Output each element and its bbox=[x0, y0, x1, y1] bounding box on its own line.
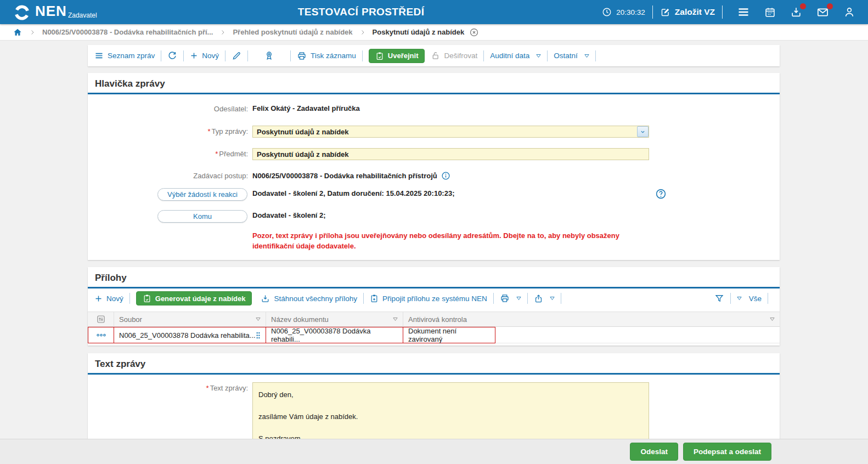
section-underline bbox=[88, 373, 780, 375]
other-menu[interactable]: Ostatní bbox=[554, 52, 589, 60]
user-profile-icon[interactable] bbox=[843, 6, 855, 18]
cell-antivirova-kontrola[interactable]: Dokument není zavirovaný bbox=[403, 327, 495, 343]
action-footer: Odeslat Podepsat a odeslat bbox=[0, 439, 868, 464]
unlock-icon bbox=[431, 51, 440, 60]
required-marker: * bbox=[215, 150, 218, 158]
recipients-button[interactable]: Komu bbox=[157, 210, 247, 223]
audit-data-menu[interactable]: Auditní data bbox=[490, 52, 541, 60]
row-actions-cell[interactable] bbox=[88, 327, 114, 343]
select-requests-button[interactable]: Výběr žádostí k reakci bbox=[157, 188, 247, 201]
filter-scope-menu[interactable]: Vše bbox=[737, 295, 762, 303]
server-time: 20:30:32 bbox=[602, 7, 645, 17]
messages-notification-dot bbox=[827, 3, 833, 9]
message-list-button[interactable]: Seznam zpráv bbox=[94, 51, 155, 60]
section-title: Hlavička zprávy bbox=[95, 78, 165, 89]
section-underline bbox=[88, 93, 780, 94]
message-type-field[interactable] bbox=[252, 126, 649, 138]
filter-funnel-icon[interactable] bbox=[714, 293, 724, 303]
cell-nazev-dokumentu[interactable]: N006_25_V00003878 Dodávka rehabili... bbox=[266, 327, 403, 343]
message-text-input[interactable]: Dobrý den, zasíláme Vám údaje z nabídek.… bbox=[252, 382, 649, 441]
print-record-button[interactable]: Tisk záznamu bbox=[297, 51, 356, 61]
plus-icon bbox=[94, 295, 103, 303]
export-menu[interactable] bbox=[534, 294, 555, 303]
clipboard-check-icon bbox=[375, 52, 384, 60]
info-icon[interactable] bbox=[441, 171, 450, 180]
refresh-icon[interactable] bbox=[167, 51, 177, 61]
drag-handle-icon[interactable] bbox=[256, 331, 261, 339]
column-header-nazev-dokumentu[interactable]: Název dokumentu bbox=[266, 312, 403, 326]
subject-field[interactable] bbox=[252, 148, 649, 160]
message-type-label: *Typ zprávy: bbox=[88, 127, 248, 135]
message-type-dropdown-button[interactable] bbox=[637, 126, 649, 137]
main-menu-icon[interactable] bbox=[737, 5, 750, 19]
publish-button[interactable]: Uveřejnit bbox=[369, 49, 425, 63]
breadcrumb-item-current: Poskytnutí údajů z nabídek bbox=[373, 28, 465, 36]
table-settings-header-cell[interactable] bbox=[88, 312, 114, 326]
section-underline bbox=[88, 287, 780, 288]
nen-logo[interactable]: NEN Zadavatel bbox=[13, 3, 97, 24]
send-button[interactable]: Odeslat bbox=[630, 443, 678, 461]
dropdown-triangle-icon bbox=[737, 296, 742, 301]
breadcrumb-item-overview[interactable]: Přehled poskytnutí údajů z nabídek bbox=[233, 28, 352, 36]
section-title: Přílohy bbox=[95, 273, 127, 284]
required-marker: * bbox=[207, 127, 210, 135]
seal-icon[interactable] bbox=[264, 50, 274, 61]
row-menu-icon[interactable] bbox=[97, 333, 106, 337]
clock-icon bbox=[602, 7, 612, 17]
attachments-filter-tools: Vše bbox=[714, 289, 774, 308]
record-toolbar: Seznam zpráv Nový bbox=[88, 45, 780, 66]
recipients-value: Dodavatel - školení 2; bbox=[252, 211, 326, 219]
help-icon[interactable] bbox=[655, 188, 667, 202]
column-filter-triangle-icon[interactable] bbox=[393, 317, 398, 321]
procurement-procedure-value: N006/25/V00003878 - Dodávka rehabilitačn… bbox=[252, 171, 450, 180]
inbox-notification-dot bbox=[800, 3, 806, 9]
new-record-button[interactable]: Nový bbox=[190, 52, 219, 60]
download-all-attachments-button[interactable]: Stáhnout všechny přílohy bbox=[261, 294, 357, 303]
cell-soubor[interactable]: N006_25_V00003878 Dodávka rehabilita... bbox=[114, 327, 266, 343]
sign-and-send-button[interactable]: Podepsat a odeslat bbox=[683, 443, 771, 461]
column-filter-triangle-icon[interactable] bbox=[256, 317, 261, 321]
edit-pencil-icon[interactable] bbox=[232, 51, 241, 61]
home-icon[interactable] bbox=[13, 27, 22, 37]
close-tab-icon[interactable] bbox=[469, 27, 479, 37]
create-vz-label: Založit VZ bbox=[675, 7, 715, 17]
table-settings-icon bbox=[96, 314, 106, 324]
breadcrumb-item-procedure[interactable]: N006/25/V00003878 - Dodávka rehabilitačn… bbox=[42, 28, 213, 36]
brand-name: NEN bbox=[35, 3, 67, 19]
breadcrumb: N006/25/V00003878 - Dodávka rehabilitačn… bbox=[0, 24, 868, 41]
row-filler bbox=[495, 327, 780, 343]
column-header-antivirova-kontrola[interactable]: Antivirová kontrola bbox=[403, 312, 780, 326]
list-icon bbox=[94, 51, 104, 60]
sender-label: Odesílatel: bbox=[88, 105, 248, 113]
messages-icon[interactable] bbox=[816, 6, 829, 19]
create-vz-button[interactable]: Založit VZ bbox=[660, 7, 715, 18]
attachment-table-row[interactable]: N006_25_V00003878 Dodávka rehabilita... … bbox=[88, 327, 780, 343]
breadcrumb-chevron-icon bbox=[29, 29, 36, 36]
attachments-section: Přílohy Nový Generovat údaje z nabídek bbox=[88, 267, 780, 346]
export-icon bbox=[534, 294, 543, 303]
calendar-icon[interactable] bbox=[764, 7, 776, 18]
environment-title: TESTOVACÍ PROSTŘEDÍ bbox=[298, 6, 425, 18]
attach-from-nen-button[interactable]: Připojit přílohu ze systému NEN bbox=[370, 294, 487, 303]
new-attachment-button[interactable]: Nový bbox=[94, 295, 123, 303]
inbox-downloads-icon[interactable] bbox=[790, 6, 802, 18]
generate-bid-data-button[interactable]: Generovat údaje z nabídek bbox=[136, 291, 252, 305]
nen-app-page: NEN Zadavatel TESTOVACÍ PROSTŘEDÍ 20:30:… bbox=[0, 0, 868, 464]
dropdown-triangle-icon bbox=[516, 296, 521, 301]
header-divider bbox=[722, 5, 723, 19]
procurement-procedure-label: Zadávací postup: bbox=[88, 172, 248, 180]
message-text-section: Text zprávy *Text zprávy: Dobrý den, zas… bbox=[88, 353, 780, 441]
header-actions: 20:30:32 Založit VZ bbox=[602, 0, 863, 24]
dropdown-triangle-icon bbox=[550, 296, 555, 301]
print-menu[interactable] bbox=[500, 293, 521, 303]
message-header-section: Hlavička zprávy Odesílatel: Felix Okátý … bbox=[88, 73, 780, 260]
breadcrumb-chevron-icon bbox=[219, 29, 226, 36]
column-filter-triangle-icon[interactable] bbox=[770, 317, 775, 321]
select-requests-value: Dodavatel - školení 2, Datum doručení: 1… bbox=[252, 189, 454, 197]
plus-icon bbox=[190, 52, 198, 60]
printer-icon bbox=[297, 51, 307, 61]
section-title: Text zprávy bbox=[95, 359, 145, 370]
column-header-soubor[interactable]: Soubor bbox=[114, 312, 266, 326]
download-icon bbox=[261, 294, 270, 303]
nen-logo-icon bbox=[13, 4, 31, 24]
